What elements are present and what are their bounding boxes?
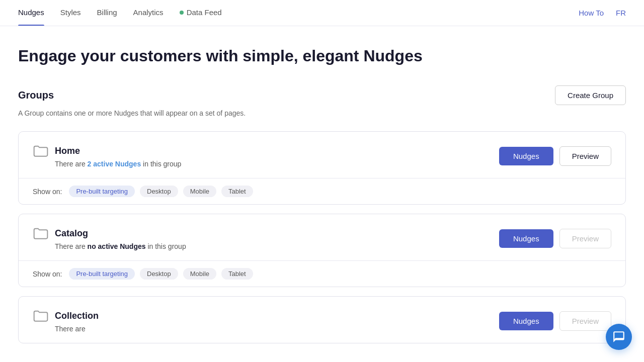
main-content: Engage your customers with simple, elega… (0, 26, 644, 362)
preview-button-collection: Preview (559, 311, 611, 331)
group-description-catalog: There are no active Nudges in this group (55, 242, 186, 250)
nav-tabs: NudgesStylesBillingAnalyticsData Feed (18, 0, 579, 26)
group-name-label-home: Home (55, 146, 80, 156)
chat-icon (612, 330, 625, 343)
group-actions-catalog: NudgesPreview (499, 229, 611, 248)
tag-tablet-home: Tablet (221, 186, 253, 197)
tag-mobile-home: Mobile (183, 186, 216, 197)
group-info-catalog: CatalogThere are no active Nudges in thi… (33, 226, 186, 250)
tag-mobile-catalog: Mobile (183, 268, 216, 280)
nav-right: How To FR (579, 9, 626, 17)
tag-desktop-catalog: Desktop (140, 268, 178, 280)
group-card-top-home: HomeThere are 2 active Nudges in this gr… (19, 132, 625, 178)
nudges-button-catalog[interactable]: Nudges (499, 229, 553, 248)
preview-button-catalog: Preview (559, 229, 611, 248)
folder-icon-catalog (33, 226, 49, 240)
data-feed-dot (180, 11, 184, 15)
nav-tab-data-feed[interactable]: Data Feed (180, 0, 222, 26)
group-card-top-collection: CollectionThere are NudgesPreview (19, 297, 625, 343)
group-info-home: HomeThere are 2 active Nudges in this gr… (33, 144, 181, 168)
nav-tab-label-billing: Billing (97, 8, 117, 17)
tag-pre-built-targeting-home: Pre-built targeting (69, 186, 135, 197)
create-group-button[interactable]: Create Group (555, 85, 626, 105)
tag-pre-built-targeting-catalog: Pre-built targeting (69, 268, 135, 280)
groups-list: HomeThere are 2 active Nudges in this gr… (18, 131, 626, 343)
groups-header: Groups Create Group (18, 85, 626, 105)
chat-bubble-button[interactable] (606, 324, 632, 350)
nav-tab-nudges[interactable]: Nudges (18, 0, 44, 26)
group-name-row-home: Home (33, 144, 181, 158)
preview-button-home[interactable]: Preview (559, 146, 611, 166)
nav-tab-label-analytics: Analytics (133, 8, 164, 17)
nav-tab-analytics[interactable]: Analytics (133, 0, 164, 26)
group-card-bottom-catalog: Show on:Pre-built targetingDesktopMobile… (19, 260, 625, 287)
nav-tab-label-nudges: Nudges (18, 8, 44, 17)
group-nudges-count-catalog: no active Nudges (88, 242, 146, 250)
group-description-home: There are 2 active Nudges in this group (55, 160, 181, 168)
group-nudges-count-home: 2 active Nudges (88, 160, 141, 168)
group-description-collection: There are (55, 325, 99, 333)
group-actions-home: NudgesPreview (499, 146, 611, 166)
group-card-catalog: CatalogThere are no active Nudges in thi… (18, 214, 626, 287)
nav-tab-label-styles: Styles (60, 8, 81, 17)
groups-heading: Groups (18, 89, 54, 101)
show-on-label-catalog: Show on: (33, 270, 62, 278)
groups-description: A Group contains one or more Nudges that… (18, 109, 626, 117)
group-card-collection: CollectionThere are NudgesPreview (18, 296, 626, 343)
tag-tablet-catalog: Tablet (221, 268, 253, 280)
group-name-label-catalog: Catalog (55, 228, 88, 239)
how-to-link[interactable]: How To (579, 9, 604, 17)
nav-tab-billing[interactable]: Billing (97, 0, 117, 26)
folder-icon-home (33, 144, 49, 158)
group-name-label-collection: Collection (55, 311, 99, 321)
nudges-button-home[interactable]: Nudges (499, 147, 553, 165)
page-title: Engage your customers with simple, elega… (18, 46, 626, 65)
group-name-row-catalog: Catalog (33, 226, 186, 240)
group-actions-collection: NudgesPreview (499, 311, 611, 331)
group-card-top-catalog: CatalogThere are no active Nudges in thi… (19, 214, 625, 260)
language-switcher[interactable]: FR (616, 9, 626, 17)
main-nav: NudgesStylesBillingAnalyticsData Feed Ho… (0, 0, 644, 26)
nav-tab-label-data-feed: Data Feed (187, 8, 222, 17)
nav-tab-styles[interactable]: Styles (60, 0, 81, 26)
nudges-button-collection[interactable]: Nudges (499, 312, 553, 330)
group-card-bottom-home: Show on:Pre-built targetingDesktopMobile… (19, 178, 625, 204)
folder-icon-collection (33, 309, 49, 323)
tag-desktop-home: Desktop (140, 186, 178, 197)
group-name-row-collection: Collection (33, 309, 99, 323)
group-card-home: HomeThere are 2 active Nudges in this gr… (18, 131, 626, 205)
group-info-collection: CollectionThere are (33, 309, 99, 333)
show-on-label-home: Show on: (33, 188, 62, 196)
